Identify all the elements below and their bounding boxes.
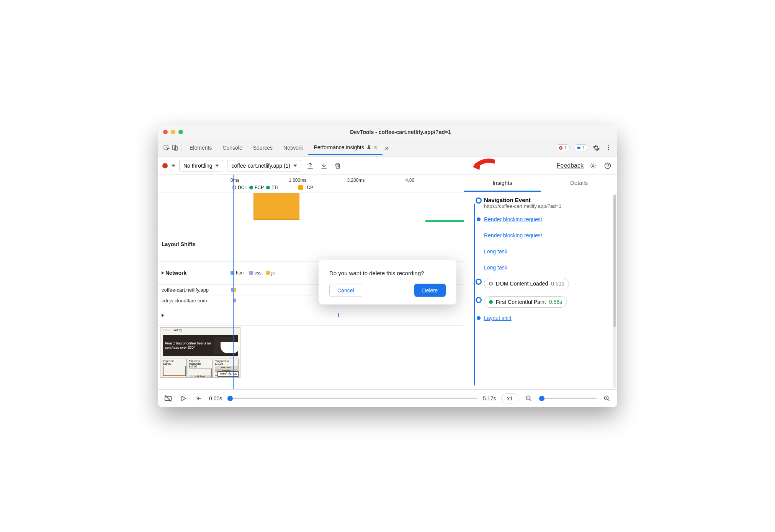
record-button[interactable] <box>162 163 168 168</box>
network-legend: html css js <box>231 270 275 276</box>
insight-link[interactable]: Layout shift <box>469 315 610 321</box>
titlebar: DevTools - coffee-cart.netlify.app/?ad=1 <box>158 125 617 139</box>
svg-point-5 <box>608 145 609 146</box>
chevron-down-icon <box>293 165 297 167</box>
record-menu-caret[interactable] <box>172 165 175 167</box>
side-tabs: Insights Details <box>464 175 617 192</box>
time-tick: 3,200ms <box>347 178 405 183</box>
devtools-tabs: Elements Console Sources Network Perform… <box>158 139 617 157</box>
more-tabs-icon[interactable]: » <box>383 144 391 152</box>
cancel-button[interactable]: Cancel <box>329 284 362 297</box>
markers-row: DCL FCP TTI LCP <box>158 183 464 193</box>
time-tick: 4,80 <box>405 178 464 183</box>
tab-console[interactable]: Console <box>217 142 247 154</box>
insights-panel: Insights Details Navigation Event https:… <box>464 175 617 389</box>
play-icon[interactable] <box>178 393 188 403</box>
time-tick: 0ms <box>231 178 289 183</box>
main-area: 0ms 1,600ms 3,200ms 4,80 DCL FCP TTI LCP… <box>158 175 617 389</box>
delete-confirm-modal: Do you want to delete this recording? Ca… <box>319 259 456 304</box>
upload-icon[interactable] <box>305 161 315 171</box>
track-label: Layout Shifts <box>158 241 231 247</box>
modal-message: Do you want to delete this recording? <box>329 269 446 276</box>
chevron-down-icon <box>215 165 219 167</box>
zoom-in-icon[interactable] <box>602 393 612 403</box>
screenshots-toggle-icon[interactable] <box>163 393 173 403</box>
download-icon[interactable] <box>319 161 329 171</box>
insight-nav-event[interactable]: Navigation Event https://coffee-cart.net… <box>469 197 610 209</box>
device-toolbar-icon[interactable] <box>171 144 179 152</box>
insight-link[interactable]: Long task <box>469 264 610 271</box>
recording-toolbar: No throttling coffee-cart.netlify.app (1… <box>158 157 617 175</box>
expand-icon[interactable] <box>162 313 164 317</box>
flame-block[interactable] <box>253 193 299 220</box>
inspect-element-icon[interactable] <box>162 144 171 152</box>
minimize-window-icon[interactable] <box>171 130 175 134</box>
message-icon <box>577 146 581 150</box>
tab-insights[interactable]: Insights <box>464 175 541 192</box>
recording-select[interactable]: coffee-cart.netlify.app (1) <box>227 160 301 171</box>
close-tab-icon[interactable]: × <box>374 144 377 151</box>
feedback-link[interactable]: Feedback <box>557 162 584 169</box>
zoom-slider[interactable] <box>539 398 597 399</box>
tti-marker: TTI <box>266 185 278 190</box>
playback-end-time: 5.17s <box>483 395 496 401</box>
playback-start-time: 0.00s <box>209 395 222 401</box>
time-tick: 1,600ms <box>289 178 347 183</box>
playback-slider[interactable] <box>227 398 477 399</box>
tab-details[interactable]: Details <box>541 175 617 192</box>
insight-link[interactable]: Render blocking request <box>469 216 610 223</box>
traffic-lights <box>163 130 183 134</box>
svg-rect-4 <box>577 147 580 149</box>
playback-bar: 0.00s 5.17s x1 <box>158 389 617 407</box>
gear-icon[interactable] <box>588 161 598 171</box>
svg-point-8 <box>592 165 594 166</box>
tab-network[interactable]: Network <box>278 142 308 154</box>
errors-badge[interactable]: 1 <box>556 144 570 151</box>
insights-list: Navigation Event https://coffee-cart.net… <box>464 192 617 389</box>
devtools-window: DevTools - coffee-cart.netlify.app/?ad=1… <box>158 125 617 407</box>
annotation-arrow-icon <box>472 158 495 175</box>
messages-badge[interactable]: 1 <box>574 144 588 151</box>
fcp-marker: FCP <box>249 185 264 190</box>
playhead-line[interactable] <box>233 175 234 389</box>
layout-shift-block[interactable] <box>425 220 464 222</box>
timeline-rail <box>474 204 475 385</box>
insight-link[interactable]: Long task <box>469 248 610 255</box>
screenshot-strip: menu cart (0) Free 1 bag of coffee beans… <box>158 325 464 379</box>
screenshot-thumbnail[interactable]: menu cart (0) Free 1 bag of coffee beans… <box>160 327 240 378</box>
extra-track <box>158 306 464 325</box>
playback-speed[interactable]: x1 <box>501 393 518 403</box>
layout-shifts-track: Layout Shifts <box>158 227 464 262</box>
settings-icon[interactable] <box>592 144 600 152</box>
rewind-icon[interactable] <box>194 393 204 403</box>
svg-rect-1 <box>173 145 176 150</box>
insight-link[interactable]: Render blocking request <box>469 232 610 239</box>
expand-icon[interactable] <box>162 271 164 275</box>
time-axis: 0ms 1,600ms 3,200ms 4,80 <box>158 175 464 183</box>
throttling-select[interactable]: No throttling <box>179 160 223 171</box>
window-title: DevTools - coffee-cart.netlify.app/?ad=1 <box>189 129 612 135</box>
kebab-menu-icon[interactable] <box>604 144 613 152</box>
delete-icon[interactable] <box>333 161 343 171</box>
svg-point-6 <box>608 147 609 149</box>
insights-scrollbar[interactable] <box>613 194 616 388</box>
flask-icon <box>366 145 371 150</box>
track-label: Network <box>158 270 231 276</box>
close-window-icon[interactable] <box>163 130 168 134</box>
zoom-window-icon[interactable] <box>178 130 183 134</box>
error-icon <box>559 146 563 150</box>
insight-fcp[interactable]: First Contentful Paint0.56s <box>469 296 610 308</box>
tab-sources[interactable]: Sources <box>248 142 278 154</box>
main-track[interactable] <box>158 193 464 227</box>
zoom-out-icon[interactable] <box>524 393 534 403</box>
lcp-marker: LCP <box>298 185 313 190</box>
dcl-marker: DCL <box>232 185 247 190</box>
insight-dcl[interactable]: DOM Content Loaded0.51s <box>469 278 610 289</box>
help-icon[interactable] <box>603 161 613 171</box>
svg-point-7 <box>608 149 609 150</box>
tab-performance-insights[interactable]: Performance insights × <box>308 141 383 155</box>
tab-elements[interactable]: Elements <box>184 142 217 154</box>
delete-button[interactable]: Delete <box>414 284 446 297</box>
